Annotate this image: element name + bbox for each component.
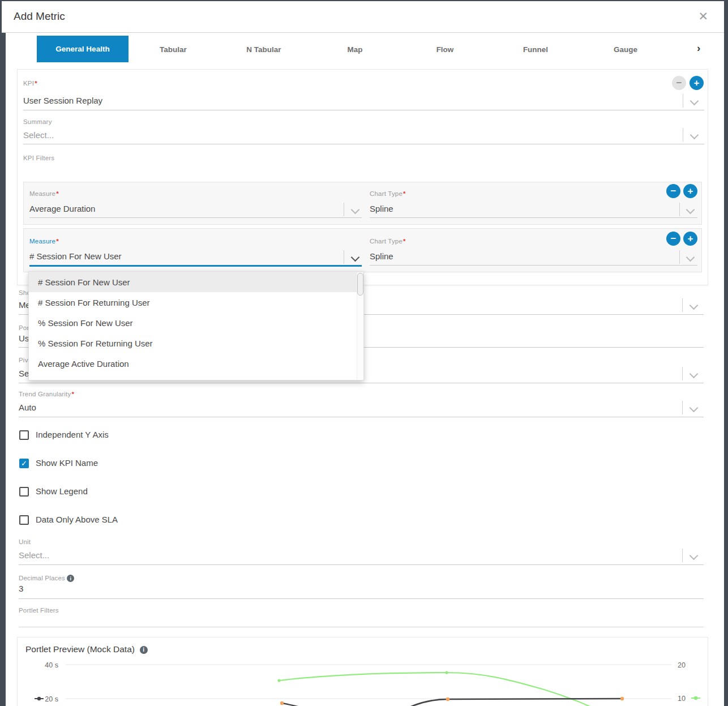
tab-funnel[interactable]: Funnel	[523, 45, 548, 54]
independent-y-axis-checkbox[interactable]	[19, 430, 29, 440]
portlet-preview-card: Portlet Preview (Mock Data) i 40 s 20 s …	[17, 637, 708, 706]
data-only-above-sla-label: Data Only Above SLA	[36, 515, 118, 524]
trend-granularity-value[interactable]: Auto	[19, 403, 36, 412]
measure-remove-button[interactable]: −	[666, 184, 680, 198]
dropdown-option[interactable]: Average Active Duration	[29, 353, 363, 374]
summary-chevron-down-icon[interactable]	[690, 131, 699, 140]
tab-tabular[interactable]: Tabular	[160, 45, 187, 54]
required-asterisk: *	[403, 238, 406, 245]
independent-y-axis-label: Independent Y Axis	[36, 430, 109, 439]
unit-label: Unit	[19, 538, 31, 545]
required-asterisk: *	[403, 190, 406, 197]
portlet-filters-label: Portlet Filters	[19, 607, 59, 614]
measure-separator	[344, 250, 344, 264]
measure-dropdown: # Session For New User # Session For Ret…	[28, 271, 364, 380]
dropdown-scrollbar-thumb[interactable]	[357, 273, 363, 296]
required-asterisk: *	[56, 238, 59, 245]
kpi-label: KPI*	[23, 80, 37, 87]
measure-chevron-down-icon[interactable]	[351, 206, 360, 215]
clipped-field-2-value[interactable]: Us	[19, 333, 29, 343]
measure-add-button[interactable]: +	[683, 184, 697, 198]
summary-select[interactable]: Select...	[23, 130, 54, 140]
kpi-underline	[23, 110, 704, 110]
data-only-above-sla-checkbox[interactable]	[19, 515, 29, 525]
left-axis-series-marker-icon	[35, 697, 44, 700]
summary-separator	[683, 128, 683, 142]
chart-type-value[interactable]: Spline	[370, 204, 393, 213]
kpi-chevron-down-icon[interactable]	[690, 97, 699, 106]
series-point	[445, 671, 448, 674]
summary-label: Summary	[23, 118, 52, 125]
dropdown-scrollbar[interactable]	[357, 272, 363, 379]
clipped-field-2-label: Por	[19, 324, 29, 331]
decimal-places-label: Decimal Places i	[19, 575, 74, 582]
dropdown-option[interactable]: # Session For New User	[29, 272, 363, 292]
modal-overlay: Add Metric ✕ General Health Tabular N Ta…	[0, 0, 728, 706]
measure-row-2: Measure* # Session For New User Chart Ty…	[23, 228, 702, 272]
tab-map[interactable]: Map	[348, 45, 363, 54]
dropdown-option[interactable]: % Session For Returning User	[29, 333, 363, 353]
measure-separator	[344, 203, 344, 216]
tab-gauge[interactable]: Gauge	[614, 45, 637, 54]
required-asterisk: *	[56, 190, 59, 197]
left-axis-tick-20s: 20 s	[45, 695, 58, 703]
clipped-field-3-value[interactable]: Se	[19, 369, 29, 378]
measure-add-button[interactable]: +	[683, 232, 697, 246]
kpi-card: KPI* User Session Replay − + Summary Sel…	[17, 69, 708, 285]
info-icon[interactable]: i	[140, 646, 148, 654]
modal-title: Add Metric	[14, 10, 65, 23]
kpi-value[interactable]: User Session Replay	[23, 96, 102, 105]
measure-label: Measure*	[29, 190, 59, 197]
right-axis-series-marker-icon	[691, 696, 700, 700]
kpi-filters-label: KPI Filters	[23, 155, 54, 161]
measure-chevron-down-icon[interactable]	[351, 253, 360, 262]
info-icon[interactable]: i	[67, 575, 74, 582]
tab-n-tabular[interactable]: N Tabular	[246, 45, 281, 54]
tab-overflow-icon[interactable]: ›	[697, 42, 700, 54]
clipped-field-1-separator	[682, 298, 683, 312]
kpi-remove-button[interactable]: −	[672, 76, 686, 90]
series-point-marker	[620, 697, 624, 700]
required-asterisk: *	[71, 391, 74, 397]
kpi-add-button[interactable]: +	[690, 76, 704, 90]
required-asterisk: *	[35, 80, 37, 87]
tab-label: General Health	[55, 45, 109, 53]
chart-type-chevron-down-icon[interactable]	[686, 206, 695, 215]
measure-value[interactable]: Average Duration	[29, 204, 95, 213]
close-icon[interactable]: ✕	[698, 10, 708, 23]
chart-type-separator	[679, 203, 680, 216]
unit-select[interactable]: Select...	[19, 550, 49, 560]
series-point	[277, 679, 280, 682]
right-axis-tick-20: 20	[678, 661, 686, 669]
measure-row-1: Measure* Average Duration Chart Type* Sp…	[23, 182, 702, 225]
chart-type-separator	[679, 250, 680, 264]
show-legend-label: Show Legend	[36, 486, 88, 496]
decimal-places-value[interactable]: 3	[19, 584, 23, 593]
chart-type-label: Chart Type*	[370, 190, 406, 197]
dropdown-option[interactable]: % Session For New User	[29, 313, 363, 333]
show-kpi-name-label: Show KPI Name	[36, 458, 98, 468]
trend-granularity-separator	[682, 401, 683, 414]
series-average-duration-line	[407, 699, 622, 706]
series-point-marker	[280, 701, 284, 705]
measure-value[interactable]: # Session For New User	[29, 251, 122, 261]
decimal-places-underline	[19, 598, 704, 599]
clipped-field-3-separator	[682, 367, 683, 380]
modal-header: Add Metric ✕	[2, 1, 724, 33]
clipped-field-3-underline	[19, 383, 704, 383]
chart-type-value[interactable]: Spline	[370, 251, 393, 261]
show-legend-checkbox[interactable]	[19, 487, 29, 497]
measure-label: Measure*	[29, 238, 59, 245]
unit-separator	[682, 549, 683, 562]
left-axis-tick-40s: 40 s	[45, 661, 58, 669]
measure-remove-button[interactable]: −	[666, 232, 680, 246]
tab-flow[interactable]: Flow	[436, 45, 454, 54]
chart-type-chevron-down-icon[interactable]	[686, 253, 695, 262]
tab-general-health[interactable]: General Health	[37, 36, 129, 62]
show-kpi-name-checkbox[interactable]: ✓	[19, 459, 29, 468]
series-point-marker	[446, 698, 449, 701]
chart-type-underline	[370, 265, 697, 266]
dropdown-option[interactable]: # Session For Returning User	[29, 292, 363, 313]
kpi-separator	[683, 94, 683, 108]
preview-chart: 40 s 20 s 20 10	[18, 656, 708, 706]
